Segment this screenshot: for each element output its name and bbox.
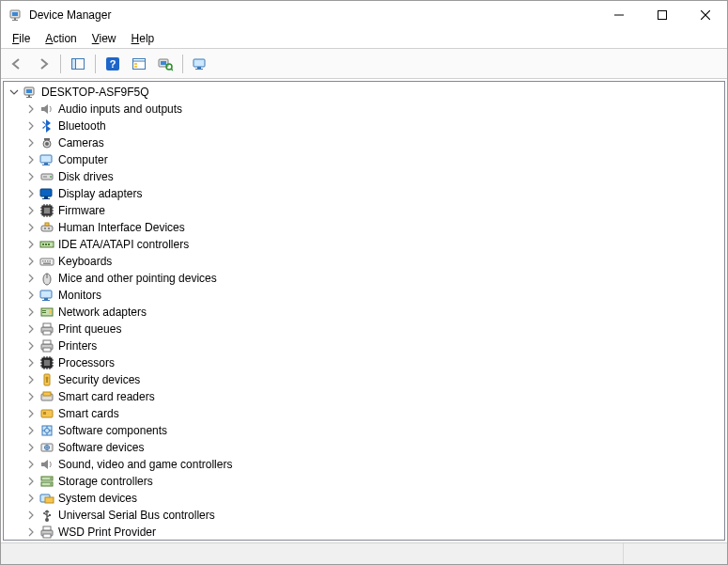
window-frame: Device Manager File Action View Help: [0, 0, 728, 565]
minimize-button[interactable]: [597, 1, 641, 29]
expand-right-icon[interactable]: [24, 306, 38, 319]
expand-right-icon[interactable]: [24, 238, 38, 251]
menu-view[interactable]: View: [85, 31, 124, 46]
tree-category-node[interactable]: Human Interface Devices: [8, 219, 720, 236]
status-cell: [624, 543, 727, 564]
help-button[interactable]: ?: [101, 53, 125, 75]
menu-file[interactable]: File: [5, 31, 38, 46]
expand-right-icon[interactable]: [24, 475, 38, 488]
tree-category-node[interactable]: IDE ATA/ATAPI controllers: [8, 236, 720, 253]
expand-right-icon[interactable]: [24, 424, 38, 437]
tree-category-node[interactable]: Smart cards: [8, 405, 720, 422]
expand-right-icon[interactable]: [24, 509, 38, 522]
security-icon: [39, 372, 54, 387]
tree-category-node[interactable]: Mice and other pointing devices: [8, 270, 720, 287]
tree-category-label: Human Interface Devices: [58, 221, 185, 234]
tree-category-node[interactable]: Firmware: [8, 202, 720, 219]
svg-rect-11: [134, 63, 137, 65]
tree-category-node[interactable]: System devices: [8, 490, 720, 507]
tree-category-node[interactable]: Processors: [8, 354, 720, 371]
svg-rect-90: [43, 534, 51, 538]
expand-right-icon[interactable]: [24, 136, 38, 149]
tree-category-label: Monitors: [58, 289, 101, 302]
svg-point-30: [50, 176, 52, 178]
scan-hardware-button[interactable]: [153, 53, 178, 75]
view-devices-button[interactable]: [188, 53, 212, 75]
status-cell: [1, 543, 624, 564]
storage-icon: [39, 474, 54, 489]
expand-right-icon[interactable]: [24, 390, 38, 403]
expand-right-icon[interactable]: [24, 322, 38, 336]
tree-category-node[interactable]: Universal Serial Bus controllers: [8, 507, 720, 524]
expand-right-icon[interactable]: [24, 441, 38, 454]
tree-category-node[interactable]: Network adapters: [8, 304, 720, 321]
expand-right-icon[interactable]: [24, 204, 38, 217]
tree-category-node[interactable]: Disk drives: [8, 168, 720, 185]
tree-category-node[interactable]: Cameras: [8, 134, 720, 151]
svg-rect-62: [43, 331, 51, 335]
tree-category-label: Storage controllers: [58, 475, 153, 488]
expand-right-icon[interactable]: [24, 526, 38, 539]
expand-right-icon[interactable]: [24, 458, 38, 471]
tree-category-node[interactable]: Computer: [8, 151, 720, 168]
close-button[interactable]: [684, 1, 727, 29]
forward-button[interactable]: [31, 53, 55, 75]
printer-icon: [39, 338, 54, 353]
svg-point-82: [50, 484, 52, 486]
svg-rect-20: [26, 89, 32, 93]
menu-action[interactable]: Action: [38, 31, 84, 46]
expand-down-icon[interactable]: [8, 86, 21, 99]
expand-right-icon[interactable]: [24, 289, 38, 302]
device-tree-pane[interactable]: DESKTOP-ASF9F5Q Audio inputs and outputs…: [3, 81, 725, 541]
tree-category-node[interactable]: Monitors: [8, 287, 720, 304]
tree-category-node[interactable]: Display adapters: [8, 185, 720, 202]
maximize-button[interactable]: [641, 1, 684, 29]
expand-right-icon[interactable]: [24, 153, 38, 166]
speaker-icon: [39, 102, 54, 117]
expand-right-icon[interactable]: [24, 255, 38, 268]
svg-rect-44: [48, 243, 50, 245]
tree-category-node[interactable]: Bluetooth: [8, 118, 720, 134]
svg-rect-14: [161, 61, 166, 65]
expand-right-icon[interactable]: [24, 119, 38, 133]
expand-right-icon[interactable]: [24, 373, 38, 386]
expand-right-icon[interactable]: [24, 102, 38, 116]
tree-category-node[interactable]: Printers: [8, 337, 720, 354]
tree-category-node[interactable]: Smart card readers: [8, 388, 720, 405]
tree-root-node[interactable]: DESKTOP-ASF9F5Q: [8, 84, 720, 101]
expand-right-icon[interactable]: [24, 339, 38, 353]
tree-category-label: System devices: [58, 492, 137, 505]
chip-icon: [39, 203, 54, 218]
tree-category-node[interactable]: Sound, video and game controllers: [8, 456, 720, 473]
show-hide-tree-button[interactable]: [66, 53, 90, 75]
svg-point-86: [43, 512, 45, 514]
expand-right-icon[interactable]: [24, 492, 38, 505]
expand-right-icon[interactable]: [24, 407, 38, 420]
svg-rect-27: [44, 163, 48, 165]
tree-category-label: WSD Print Provider: [58, 526, 156, 539]
tree-category-node[interactable]: Keyboards: [8, 253, 720, 270]
tree-category-node[interactable]: Storage controllers: [8, 473, 720, 490]
svg-rect-43: [45, 243, 47, 245]
svg-rect-25: [44, 138, 50, 140]
tree-category-node[interactable]: WSD Print Provider: [8, 524, 720, 541]
window-title: Device Manager: [29, 8, 111, 22]
menu-help[interactable]: Help: [124, 31, 163, 46]
svg-rect-42: [42, 243, 44, 245]
tree-category-node[interactable]: Print queues: [8, 321, 720, 337]
expand-right-icon[interactable]: [24, 356, 38, 369]
tree-category-node[interactable]: Audio inputs and outputs: [8, 101, 720, 118]
svg-rect-33: [44, 196, 48, 198]
titlebar: Device Manager: [1, 1, 727, 29]
expand-right-icon[interactable]: [24, 187, 38, 200]
statusbar: [1, 542, 727, 564]
expand-right-icon[interactable]: [24, 272, 38, 285]
back-button[interactable]: [5, 53, 29, 75]
properties-button[interactable]: [127, 53, 151, 75]
expand-right-icon[interactable]: [24, 221, 38, 234]
tree-category-node[interactable]: Security devices: [8, 371, 720, 388]
expand-right-icon[interactable]: [24, 170, 38, 183]
svg-rect-73: [41, 410, 53, 417]
tree-category-node[interactable]: Software devices: [8, 439, 720, 456]
tree-category-node[interactable]: Software components: [8, 422, 720, 439]
